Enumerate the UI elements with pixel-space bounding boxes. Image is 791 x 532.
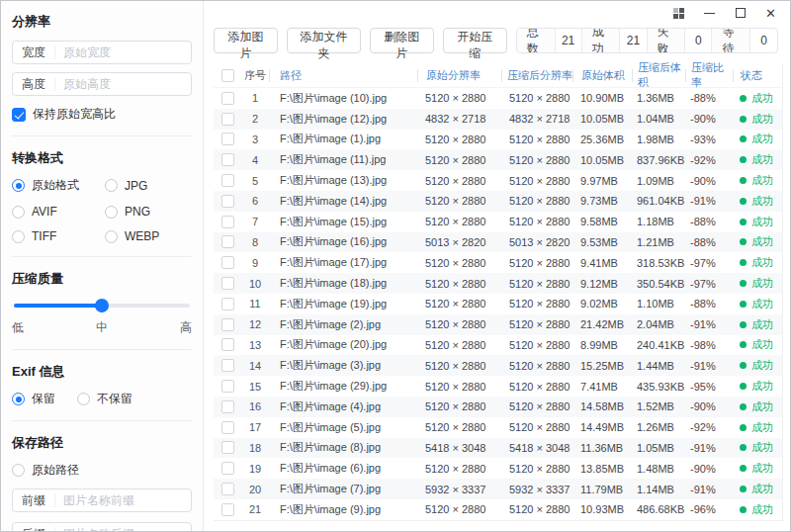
radio-icon: [12, 179, 25, 192]
width-input[interactable]: [55, 45, 191, 59]
row-status-text: 成功: [751, 317, 773, 332]
row-ratio: -91%: [685, 484, 733, 495]
format-option-jpg[interactable]: JPG: [105, 177, 192, 194]
status-dot-icon: [740, 444, 747, 451]
format-option-png[interactable]: PNG: [105, 205, 192, 219]
row-index: 14: [241, 360, 269, 372]
keep-aspect-ratio-checkbox[interactable]: 保持原始宽高比: [12, 106, 192, 123]
row-comp-resolution: 5120 × 2880: [501, 463, 572, 475]
row-path: F:\图片\image (9).jpg: [269, 502, 417, 517]
delete-images-button[interactable]: 删除图片: [370, 28, 434, 53]
maximize-button[interactable]: [725, 2, 755, 24]
row-checkbox[interactable]: [221, 359, 234, 372]
divider: [12, 420, 192, 421]
row-index: 5: [241, 175, 269, 187]
row-status-text: 成功: [751, 194, 773, 209]
row-comp-resolution: 5120 × 2880: [501, 92, 572, 104]
row-checkbox[interactable]: [221, 400, 234, 413]
status-dot-icon: [740, 219, 747, 225]
minimize-button[interactable]: [694, 2, 725, 24]
table-header: 序号 路径 原始分辨率 压缩后分辨率 原始体积 压缩后体积 压缩比率 状态: [214, 63, 782, 88]
row-path: F:\图片\image (8).jpg: [269, 440, 417, 455]
radio-icon: [77, 393, 90, 405]
row-ratio: -91%: [685, 195, 733, 207]
app-window: 分辨率 宽度 高度 保持原始宽高比 转换格式 原始格式 JPG AVIF: [1, 1, 790, 531]
row-checkbox[interactable]: [221, 318, 234, 331]
table-row: 21 F:\图片\image (9).jpg 5120 × 2880 5120 …: [214, 499, 782, 520]
format-option-avif[interactable]: AVIF: [12, 205, 105, 219]
height-input[interactable]: [55, 77, 191, 91]
quality-slider[interactable]: [14, 304, 190, 308]
row-comp-size: 1.10MB: [632, 298, 685, 310]
checkbox-icon[interactable]: [12, 108, 26, 122]
row-comp-size: 1.48MB: [632, 463, 685, 475]
row-checkbox[interactable]: [221, 113, 234, 126]
row-comp-resolution: 5120 × 2880: [501, 195, 572, 207]
row-orig-resolution: 5120 × 2880: [417, 339, 501, 351]
row-status-text: 成功: [751, 358, 773, 373]
format-option-original[interactable]: 原始格式: [12, 177, 105, 194]
row-orig-size: 9.02MB: [572, 298, 632, 310]
row-checkbox[interactable]: [221, 483, 234, 495]
row-checkbox[interactable]: [221, 153, 234, 166]
apps-grid-icon[interactable]: [663, 2, 694, 24]
add-images-button[interactable]: 添加图片: [214, 28, 278, 53]
row-checkbox[interactable]: [221, 503, 234, 516]
quality-high-label: 高: [180, 319, 192, 336]
row-comp-resolution: 5932 × 3337: [501, 484, 572, 495]
header-comp-size: 压缩后体积: [632, 69, 685, 82]
row-checkbox[interactable]: [221, 298, 234, 310]
row-checkbox[interactable]: [221, 338, 234, 351]
save-path-section-title: 保存路径: [12, 434, 192, 452]
row-checkbox[interactable]: [221, 421, 234, 434]
quality-low-label: 低: [12, 319, 24, 336]
suffix-input[interactable]: [55, 527, 191, 531]
header-orig-resolution: 原始分辨率: [417, 69, 501, 82]
row-checkbox[interactable]: [221, 92, 234, 105]
format-option-webp[interactable]: WEBP: [105, 229, 192, 243]
format-option-tiff[interactable]: TIFF: [12, 229, 105, 243]
row-path: F:\图片\image (13).jpg: [269, 173, 417, 188]
save-original-path-option[interactable]: 原始路径: [12, 462, 192, 479]
row-checkbox[interactable]: [221, 235, 234, 248]
quality-mid-label: 中: [96, 319, 108, 336]
select-all-checkbox[interactable]: [221, 69, 234, 82]
close-button[interactable]: ✕: [755, 2, 786, 24]
row-status-text: 成功: [751, 297, 773, 311]
slider-thumb[interactable]: [95, 299, 109, 312]
row-checkbox[interactable]: [221, 133, 234, 145]
row-orig-size: 10.05MB: [572, 113, 632, 125]
row-checkbox[interactable]: [221, 380, 234, 393]
prefix-input[interactable]: [55, 493, 191, 507]
row-status-text: 成功: [751, 215, 773, 229]
row-checkbox[interactable]: [221, 256, 234, 269]
exif-discard-option[interactable]: 不保留: [77, 391, 132, 407]
start-compress-button[interactable]: 开始压缩: [443, 28, 507, 53]
row-path: F:\图片\image (19).jpg: [269, 297, 417, 311]
row-ratio: -88%: [685, 92, 733, 104]
add-folder-button[interactable]: 添加文件夹: [287, 28, 361, 53]
radio-icon: [105, 206, 118, 219]
row-index: 9: [241, 257, 269, 269]
row-checkbox[interactable]: [221, 174, 234, 187]
row-checkbox[interactable]: [221, 195, 234, 208]
row-index: 15: [241, 381, 269, 393]
table-row: 9 F:\图片\image (17).jpg 5120 × 2880 5120 …: [214, 252, 782, 273]
table-row: 17 F:\图片\image (5).jpg 5120 × 2880 5120 …: [214, 417, 782, 438]
row-orig-size: 14.49MB: [572, 421, 632, 433]
row-path: F:\图片\image (17).jpg: [269, 255, 417, 270]
row-orig-resolution: 5120 × 2880: [417, 360, 501, 372]
row-comp-size: 1.05MB: [632, 442, 685, 454]
row-checkbox[interactable]: [221, 277, 234, 290]
exif-keep-option[interactable]: 保留: [12, 391, 55, 407]
table-row: 7 F:\图片\image (15).jpg 5120 × 2880 5120 …: [214, 212, 782, 232]
row-comp-resolution: 5120 × 2880: [501, 339, 572, 351]
row-checkbox[interactable]: [221, 216, 234, 228]
stat-failed-label: 失败: [648, 29, 686, 52]
status-dot-icon: [740, 116, 747, 123]
row-checkbox[interactable]: [221, 462, 234, 475]
row-checkbox[interactable]: [221, 441, 234, 454]
status-dot-icon: [740, 135, 747, 142]
row-status-text: 成功: [751, 337, 773, 352]
row-ratio: -92%: [685, 154, 733, 166]
